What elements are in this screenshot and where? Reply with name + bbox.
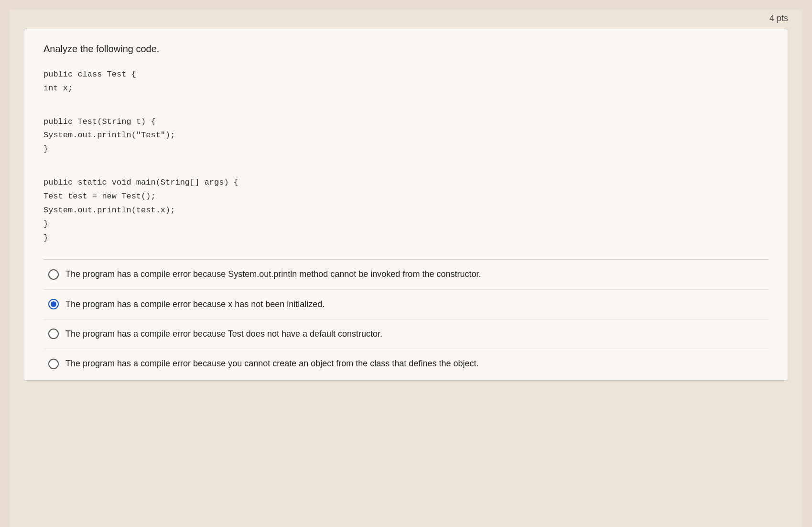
code-blank-1 xyxy=(43,96,769,105)
option-a-text: The program has a compile error because … xyxy=(65,268,481,280)
code-line-1: public class Test { xyxy=(43,68,769,82)
code-line-9: } xyxy=(43,218,769,231)
code-blank-2 xyxy=(43,105,769,115)
code-line-6: public static void main(String[] args) { xyxy=(43,176,769,190)
question-card: Analyze the following code. public class… xyxy=(24,29,788,381)
radio-c[interactable] xyxy=(48,329,59,339)
code-block: public class Test { int x; public Test(S… xyxy=(43,68,769,245)
question-prompt: Analyze the following code. xyxy=(43,44,769,55)
code-line-8: System.out.println(test.x); xyxy=(43,204,769,218)
options-section: The program has a compile error because … xyxy=(43,259,769,380)
radio-d[interactable] xyxy=(48,359,59,369)
code-blank-3 xyxy=(43,156,769,166)
radio-b[interactable] xyxy=(48,299,59,309)
option-a[interactable]: The program has a compile error because … xyxy=(43,260,769,289)
radio-b-fill xyxy=(51,301,56,307)
radio-a[interactable] xyxy=(48,269,59,280)
option-d-text: The program has a compile error because … xyxy=(65,358,478,370)
code-line-2: int x; xyxy=(43,82,769,96)
option-d[interactable]: The program has a compile error because … xyxy=(43,349,769,380)
option-b[interactable]: The program has a compile error because … xyxy=(43,290,769,319)
code-blank-4 xyxy=(43,166,769,176)
pts-label: 4 pts xyxy=(769,13,788,23)
option-c-text: The program has a compile error because … xyxy=(65,328,382,340)
page-container: 4 pts Analyze the following code. public… xyxy=(10,10,802,527)
code-line-4: System.out.println("Test"); xyxy=(43,129,769,143)
code-line-7: Test test = new Test(); xyxy=(43,190,769,204)
code-line-10: } xyxy=(43,231,769,245)
option-c[interactable]: The program has a compile error because … xyxy=(43,319,769,349)
option-b-text: The program has a compile error because … xyxy=(65,298,325,310)
code-line-5: } xyxy=(43,143,769,156)
code-line-3: public Test(String t) { xyxy=(43,115,769,129)
